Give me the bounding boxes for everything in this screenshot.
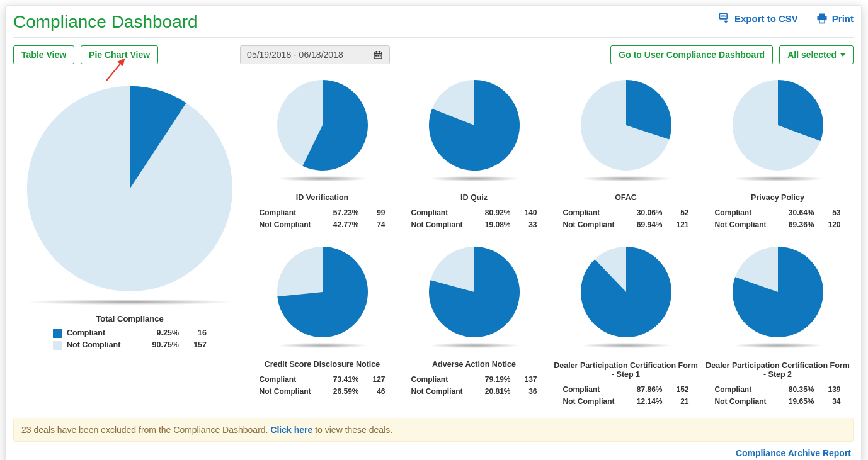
alert-text-pre: 23 deals have been excluded from the Com… xyxy=(21,425,270,435)
charts-grid: ID Verification Compliant 57.23% 99 Not … xyxy=(246,70,854,414)
not-compliant-label: Not Compliant xyxy=(67,339,137,351)
not-compliant-pct: 26.59% xyxy=(325,386,359,398)
alert-text-post: to view these deals. xyxy=(312,425,392,435)
not-compliant-swatch xyxy=(53,341,62,350)
compliant-count: 127 xyxy=(364,374,385,386)
compliant-pct: 57.23% xyxy=(325,207,359,219)
svg-rect-4 xyxy=(819,20,825,23)
print-button[interactable]: Print xyxy=(816,12,854,25)
print-label: Print xyxy=(832,13,854,24)
mini-pie[interactable] xyxy=(427,78,522,172)
compliant-pct: 80.35% xyxy=(780,384,814,396)
export-csv-button[interactable]: CSV Export to CSV xyxy=(718,12,798,25)
not-compliant-count: 120 xyxy=(819,219,841,231)
chart-legend: Compliant 79.19% 137 Not Compliant 20.81… xyxy=(411,374,537,398)
pie-shadow xyxy=(579,176,673,181)
chart-cell: OFAC Compliant 30.06% 52 Not Compliant 6… xyxy=(550,70,702,237)
date-range-value: 05/19/2018 - 06/18/2018 xyxy=(247,50,343,60)
not-compliant-label: Not Compliant xyxy=(563,396,624,408)
total-compliance-title: Total Compliance xyxy=(13,314,246,323)
pie-shadow xyxy=(23,299,237,305)
not-compliant-pct: 42.77% xyxy=(325,219,359,231)
content-area: Total Compliance Compliant 9.25% 16 Not … xyxy=(13,70,854,414)
compliant-pct: 30.64% xyxy=(780,207,814,219)
not-compliant-count: 21 xyxy=(668,396,689,408)
filter-dropdown-label: All selected xyxy=(787,50,837,60)
dashboard-panel: Compliance Dashboard CSV Export to CSV P… xyxy=(5,5,862,460)
not-compliant-pct: 12.14% xyxy=(629,396,663,408)
calendar-icon xyxy=(373,50,383,60)
chart-title: ID Verification xyxy=(250,193,394,203)
compliant-count: 16 xyxy=(184,327,207,339)
mini-pie[interactable] xyxy=(427,245,522,339)
not-compliant-pct: 19.08% xyxy=(477,219,511,231)
mini-pie[interactable] xyxy=(731,245,825,339)
date-range-picker[interactable]: 05/19/2018 - 06/18/2018 xyxy=(240,45,390,64)
chevron-down-icon xyxy=(840,53,845,57)
toolbar: Table View Pie Chart View 05/19/2018 - 0… xyxy=(13,38,854,70)
chart-title: Credit Score Disclosure Notice xyxy=(250,360,394,370)
chart-legend: Compliant 30.64% 53 Not Compliant 69.36%… xyxy=(715,207,841,231)
not-compliant-pct: 69.36% xyxy=(780,219,814,231)
total-compliance-panel: Total Compliance Compliant 9.25% 16 Not … xyxy=(13,70,246,414)
compliant-count: 137 xyxy=(516,374,537,386)
not-compliant-count: 157 xyxy=(184,339,207,351)
mini-pie[interactable] xyxy=(579,78,673,172)
compliant-label: Compliant xyxy=(715,207,775,219)
svg-rect-11 xyxy=(377,55,379,57)
not-compliant-pct: 19.65% xyxy=(780,396,814,408)
pie-chart-view-button[interactable]: Pie Chart View xyxy=(81,45,158,64)
alert-link[interactable]: Click here xyxy=(270,425,312,435)
not-compliant-label: Not Compliant xyxy=(715,396,775,408)
table-view-button[interactable]: Table View xyxy=(13,45,74,64)
compliant-pct: 30.06% xyxy=(629,207,663,219)
compliance-archive-report-link[interactable]: Compliance Archive Report xyxy=(13,442,854,459)
page-title: Compliance Dashboard xyxy=(13,12,198,32)
not-compliant-count: 46 xyxy=(364,386,385,398)
chart-legend: Compliant 57.23% 99 Not Compliant 42.77%… xyxy=(260,207,385,231)
chart-title: Dealer Participation Certification Form … xyxy=(705,360,850,380)
compliant-count: 139 xyxy=(819,384,841,396)
compliant-pct: 79.19% xyxy=(477,374,511,386)
chart-legend: Compliant 87.86% 152 Not Compliant 12.14… xyxy=(563,384,689,408)
compliant-count: 152 xyxy=(668,384,689,396)
mini-pie[interactable] xyxy=(731,78,825,172)
not-compliant-label: Not Compliant xyxy=(715,219,775,231)
mini-pie[interactable] xyxy=(275,78,370,172)
not-compliant-count: 121 xyxy=(668,219,689,231)
svg-rect-10 xyxy=(375,55,377,57)
compliant-label: Compliant xyxy=(411,374,472,386)
chart-cell: Dealer Participation Certification Form … xyxy=(550,237,702,414)
mini-pie[interactable] xyxy=(275,245,370,339)
total-legend: Compliant 9.25% 16 Not Compliant 90.75% … xyxy=(53,327,207,351)
goto-user-dashboard-button[interactable]: Go to User Compliance Dashboard xyxy=(610,45,773,64)
chart-legend: Compliant 80.35% 139 Not Compliant 19.65… xyxy=(715,384,841,408)
pie-shadow xyxy=(579,342,673,348)
not-compliant-count: 34 xyxy=(819,396,841,408)
compliant-count: 52 xyxy=(668,207,689,219)
chart-legend: Compliant 73.41% 127 Not Compliant 26.59… xyxy=(260,374,385,398)
not-compliant-label: Not Compliant xyxy=(563,219,624,231)
total-compliance-pie[interactable] xyxy=(23,82,237,296)
chart-title: Privacy Policy xyxy=(705,193,850,203)
chart-title: Adverse Action Notice xyxy=(402,360,546,370)
pie-shadow xyxy=(275,176,370,181)
compliant-label: Compliant xyxy=(411,207,472,219)
not-compliant-label: Not Compliant xyxy=(260,386,320,398)
compliant-label: Compliant xyxy=(260,207,320,219)
filter-dropdown[interactable]: All selected xyxy=(779,45,854,64)
mini-pie[interactable] xyxy=(579,245,673,339)
compliant-count: 53 xyxy=(819,207,841,219)
not-compliant-pct: 69.94% xyxy=(629,219,663,231)
svg-text:CSV: CSV xyxy=(721,14,726,18)
not-compliant-label: Not Compliant xyxy=(411,219,472,231)
compliant-swatch xyxy=(53,329,62,338)
chart-cell: Dealer Participation Certification Form … xyxy=(702,237,854,414)
chart-cell: Credit Score Disclosure Notice Compliant… xyxy=(246,237,398,414)
compliant-pct: 87.86% xyxy=(629,384,663,396)
compliant-label: Compliant xyxy=(260,374,320,386)
export-csv-label: Export to CSV xyxy=(734,13,798,24)
compliant-pct: 9.25% xyxy=(142,327,179,339)
not-compliant-pct: 20.81% xyxy=(477,386,511,398)
chart-cell: ID Quiz Compliant 80.92% 140 Not Complia… xyxy=(398,70,550,237)
